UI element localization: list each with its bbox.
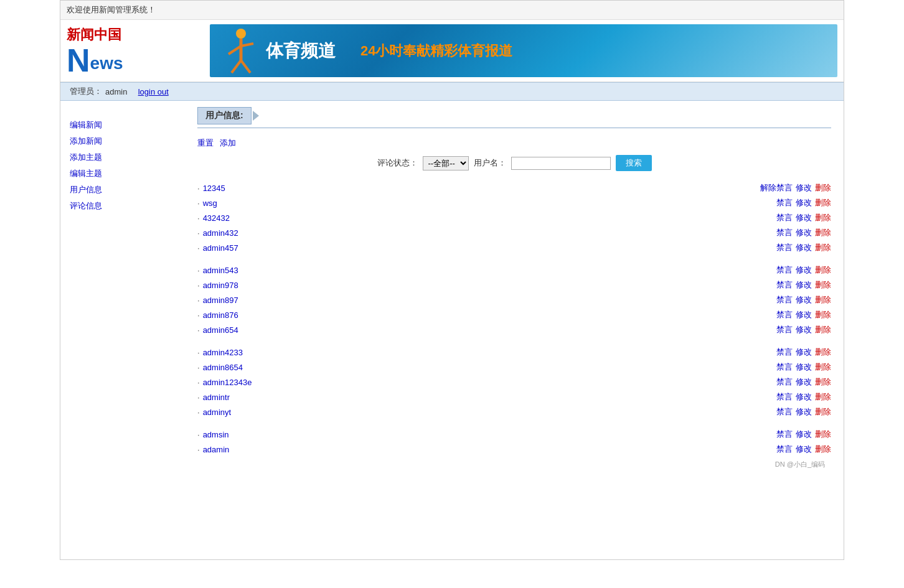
delete-link[interactable]: 删除 [815,227,831,238]
svg-line-2 [228,46,241,54]
ban-link[interactable]: 禁言 [776,391,793,403]
edit-link[interactable]: 修改 [796,391,812,403]
ban-link[interactable]: 禁言 [776,212,793,223]
edit-link[interactable]: 修改 [796,406,812,418]
sidebar-item-edit-news[interactable]: 编辑新闻 [70,119,176,131]
edit-link[interactable]: 修改 [796,197,812,208]
username-link[interactable]: admsin [203,430,229,439]
ban-link[interactable]: 禁言 [776,294,793,306]
logo-n: N [67,44,90,77]
delete-link[interactable]: 删除 [815,406,831,418]
edit-link[interactable]: 修改 [796,227,812,238]
search-bar: 评论状态： --全部-- 已启用 已禁言 用户名： 搜索 [197,155,831,171]
edit-link[interactable]: 修改 [796,279,812,291]
sidebar-item-user-info[interactable]: 用户信息 [70,184,176,195]
ban-link[interactable]: 禁言 [776,309,793,320]
ban-link[interactable]: 禁言 [776,429,793,440]
delete-link[interactable]: 删除 [815,376,831,388]
ban-link[interactable]: 禁言 [776,197,793,208]
edit-link[interactable]: 修改 [796,324,812,335]
unban-link[interactable]: 解除禁言 [760,182,793,194]
delete-link[interactable]: 删除 [815,294,831,306]
edit-link[interactable]: 修改 [796,347,812,358]
username-link[interactable]: admin978 [203,281,238,290]
sidebar-item-comment-info[interactable]: 评论信息 [70,200,176,212]
username-link[interactable]: admin543 [203,266,238,275]
edit-link[interactable]: 修改 [796,376,812,388]
row-actions: 禁言 修改 删除 [776,376,831,388]
svg-line-5 [241,60,250,73]
comment-status-select[interactable]: --全部-- 已启用 已禁言 [423,156,469,170]
delete-link[interactable]: 删除 [815,391,831,403]
delete-link[interactable]: 删除 [815,309,831,320]
sidebar-item-add-news[interactable]: 添加新闻 [70,136,176,147]
logo-title: 新闻中国 [67,26,210,44]
username-link[interactable]: admin4233 [203,348,243,357]
watermark: DN @小白_编码 [197,457,831,472]
username-link[interactable]: admin654 [203,325,238,335]
username-input[interactable] [511,157,611,170]
table-row: · admin876 禁言 修改 删除 [197,307,831,322]
username-link[interactable]: admintr [203,393,230,402]
ban-link[interactable]: 禁言 [776,347,793,358]
ban-link[interactable]: 禁言 [776,406,793,418]
reset-link[interactable]: 重置 [197,138,214,149]
row-actions: 禁言 修改 删除 [776,391,831,403]
delete-link[interactable]: 删除 [815,279,831,291]
ban-link[interactable]: 禁言 [776,362,793,373]
table-row: · admin432 禁言 修改 删除 [197,225,831,240]
edit-link[interactable]: 修改 [796,429,812,440]
delete-link[interactable]: 删除 [815,264,831,276]
delete-link[interactable]: 删除 [815,362,831,373]
login-out-link[interactable]: login out [138,87,169,96]
ban-link[interactable]: 禁言 [776,376,793,388]
edit-link[interactable]: 修改 [796,212,812,223]
delete-link[interactable]: 删除 [815,182,831,194]
username-link[interactable]: admin8654 [203,363,243,372]
ban-link[interactable]: 禁言 [776,227,793,238]
username-link[interactable]: admin12343e [203,378,252,387]
edit-link[interactable]: 修改 [796,182,812,194]
ban-link[interactable]: 禁言 [776,324,793,335]
row-actions: 禁言 修改 删除 [776,242,831,253]
ban-link[interactable]: 禁言 [776,279,793,291]
sidebar-item-add-topic[interactable]: 添加主题 [70,152,176,163]
username-link[interactable]: admin432 [203,228,238,238]
add-link[interactable]: 添加 [220,138,236,149]
username-link[interactable]: adminyt [203,408,232,417]
table-row: · admintr 禁言 修改 删除 [197,390,831,404]
delete-link[interactable]: 删除 [815,429,831,440]
ban-link[interactable]: 禁言 [776,242,793,253]
ban-link[interactable]: 禁言 [776,264,793,276]
edit-link[interactable]: 修改 [796,309,812,320]
svg-point-0 [236,29,246,39]
username-link[interactable]: admin897 [203,296,238,305]
row-actions: 禁言 修改 删除 [776,212,831,223]
edit-link[interactable]: 修改 [796,362,812,373]
ban-link[interactable]: 禁言 [776,444,793,455]
username-link[interactable]: 432432 [203,213,230,223]
edit-link[interactable]: 修改 [796,264,812,276]
delete-link[interactable]: 删除 [815,197,831,208]
logo-ews: ews [90,54,123,73]
admin-username: admin [105,87,127,96]
delete-link[interactable]: 删除 [815,444,831,455]
banner-figure-svg [219,26,263,76]
sidebar-item-edit-topic[interactable]: 编辑主题 [70,168,176,179]
username-link[interactable]: 12345 [203,184,225,193]
delete-link[interactable]: 删除 [815,212,831,223]
search-button[interactable]: 搜索 [616,155,652,171]
username-link[interactable]: wsg [203,198,217,208]
row-actions: 禁言 修改 删除 [776,294,831,306]
delete-link[interactable]: 删除 [815,242,831,253]
username-link[interactable]: admin876 [203,310,238,320]
delete-link[interactable]: 删除 [815,324,831,335]
delete-link[interactable]: 删除 [815,347,831,358]
edit-link[interactable]: 修改 [796,444,812,455]
username-link[interactable]: admin457 [203,243,238,253]
username-link[interactable]: adamin [203,445,230,454]
edit-link[interactable]: 修改 [796,294,812,306]
section-header: 用户信息: [197,107,831,128]
edit-link[interactable]: 修改 [796,242,812,253]
content-area: 用户信息: 重置 添加 评论状态： --全部-- 已启用 已禁言 用户名： 搜索 [185,107,844,472]
